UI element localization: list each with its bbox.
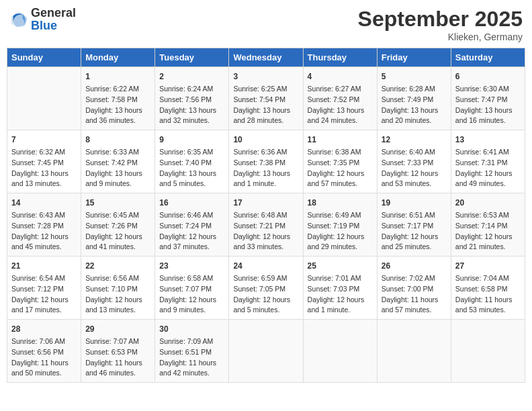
day-info: Daylight: 12 hours and 21 minutes. bbox=[455, 232, 521, 253]
day-info: Sunrise: 6:53 AM bbox=[455, 210, 521, 221]
weekday-header-wednesday: Wednesday bbox=[229, 48, 303, 67]
day-info: Daylight: 13 hours and 20 minutes. bbox=[382, 105, 447, 127]
day-info: Sunrise: 6:40 AM bbox=[382, 147, 447, 158]
day-number: 30 bbox=[159, 323, 224, 335]
day-info: Sunrise: 6:59 AM bbox=[233, 273, 298, 284]
day-info: Sunset: 7:21 PM bbox=[233, 221, 298, 232]
day-number: 22 bbox=[85, 260, 150, 272]
day-info: Sunrise: 6:38 AM bbox=[308, 147, 373, 158]
day-info: Sunrise: 6:33 AM bbox=[85, 147, 150, 158]
day-number: 29 bbox=[85, 323, 150, 335]
calendar-cell: 22Sunrise: 6:56 AMSunset: 7:10 PMDayligh… bbox=[81, 257, 155, 320]
day-info: Sunset: 7:40 PM bbox=[159, 158, 224, 169]
day-info: Sunrise: 6:58 AM bbox=[159, 273, 224, 284]
calendar-cell: 29Sunrise: 7:07 AMSunset: 6:53 PMDayligh… bbox=[81, 320, 155, 383]
day-number: 18 bbox=[308, 197, 373, 209]
day-info: Sunrise: 6:54 AM bbox=[11, 273, 77, 284]
calendar-cell: 11Sunrise: 6:38 AMSunset: 7:35 PMDayligh… bbox=[303, 130, 377, 193]
calendar-cell: 20Sunrise: 6:53 AMSunset: 7:14 PMDayligh… bbox=[451, 193, 525, 257]
day-info: Daylight: 12 hours and 45 minutes. bbox=[11, 232, 77, 253]
day-info: Sunset: 7:31 PM bbox=[455, 158, 521, 169]
day-info: Sunset: 7:45 PM bbox=[11, 158, 77, 169]
day-number: 7 bbox=[11, 134, 77, 146]
day-info: Sunrise: 6:43 AM bbox=[11, 210, 77, 221]
day-info: Sunrise: 6:46 AM bbox=[159, 210, 224, 221]
day-number: 8 bbox=[85, 134, 150, 146]
calendar-cell: 24Sunrise: 6:59 AMSunset: 7:05 PMDayligh… bbox=[229, 257, 303, 320]
day-number: 14 bbox=[11, 197, 77, 209]
day-info: Sunset: 7:47 PM bbox=[455, 95, 521, 105]
day-info: Sunrise: 6:51 AM bbox=[382, 210, 447, 221]
day-info: Daylight: 12 hours and 37 minutes. bbox=[159, 232, 224, 253]
day-number: 15 bbox=[85, 197, 150, 209]
day-info: Daylight: 11 hours and 53 minutes. bbox=[455, 295, 521, 316]
day-number: 9 bbox=[159, 134, 224, 146]
calendar-cell: 12Sunrise: 6:40 AMSunset: 7:33 PMDayligh… bbox=[377, 130, 451, 193]
day-info: Daylight: 11 hours and 50 minutes. bbox=[11, 358, 77, 379]
calendar-cell bbox=[451, 320, 525, 383]
calendar-cell: 5Sunrise: 6:28 AMSunset: 7:49 PMDaylight… bbox=[377, 67, 451, 130]
day-info: Sunset: 7:05 PM bbox=[233, 284, 298, 295]
day-info: Sunset: 7:07 PM bbox=[159, 284, 224, 295]
calendar-cell: 13Sunrise: 6:41 AMSunset: 7:31 PMDayligh… bbox=[451, 130, 525, 193]
calendar-cell: 2Sunrise: 6:24 AMSunset: 7:56 PMDaylight… bbox=[155, 67, 229, 130]
week-row-1: 1Sunrise: 6:22 AMSunset: 7:58 PMDaylight… bbox=[7, 67, 525, 130]
calendar-cell: 28Sunrise: 7:06 AMSunset: 6:56 PMDayligh… bbox=[7, 320, 81, 383]
day-info: Daylight: 12 hours and 53 minutes. bbox=[382, 169, 447, 190]
day-info: Sunset: 7:52 PM bbox=[308, 95, 373, 105]
day-number: 4 bbox=[308, 71, 373, 83]
calendar-cell: 23Sunrise: 6:58 AMSunset: 7:07 PMDayligh… bbox=[155, 257, 229, 320]
day-info: Sunrise: 6:36 AM bbox=[233, 147, 298, 158]
day-info: Daylight: 12 hours and 41 minutes. bbox=[85, 232, 150, 253]
title-block: September 2025 Klieken, Germany bbox=[358, 7, 523, 42]
week-row-4: 21Sunrise: 6:54 AMSunset: 7:12 PMDayligh… bbox=[7, 257, 525, 320]
day-number: 19 bbox=[382, 197, 447, 209]
day-info: Sunrise: 6:28 AM bbox=[382, 84, 447, 95]
day-info: Daylight: 13 hours and 36 minutes. bbox=[85, 105, 150, 127]
day-info: Sunrise: 6:22 AM bbox=[85, 84, 150, 95]
day-number: 23 bbox=[159, 260, 224, 272]
day-number: 5 bbox=[382, 71, 447, 83]
day-info: Sunset: 7:49 PM bbox=[382, 95, 447, 105]
day-info: Sunset: 7:14 PM bbox=[455, 221, 521, 232]
day-info: Sunrise: 6:32 AM bbox=[11, 147, 77, 158]
calendar-cell: 26Sunrise: 7:02 AMSunset: 7:00 PMDayligh… bbox=[377, 257, 451, 320]
weekday-header-monday: Monday bbox=[81, 48, 155, 67]
day-info: Sunrise: 7:09 AM bbox=[159, 336, 224, 347]
weekday-header-sunday: Sunday bbox=[7, 48, 81, 67]
calendar-cell: 16Sunrise: 6:46 AMSunset: 7:24 PMDayligh… bbox=[155, 193, 229, 257]
calendar-cell: 3Sunrise: 6:25 AMSunset: 7:54 PMDaylight… bbox=[229, 67, 303, 130]
week-row-3: 14Sunrise: 6:43 AMSunset: 7:28 PMDayligh… bbox=[7, 193, 525, 257]
day-info: Sunset: 7:24 PM bbox=[159, 221, 224, 232]
day-info: Sunset: 7:12 PM bbox=[11, 284, 77, 295]
day-info: Sunrise: 6:45 AM bbox=[85, 210, 150, 221]
calendar-cell: 1Sunrise: 6:22 AMSunset: 7:58 PMDaylight… bbox=[81, 67, 155, 130]
weekday-header-thursday: Thursday bbox=[303, 48, 377, 67]
day-info: Sunset: 7:03 PM bbox=[308, 284, 373, 295]
calendar-cell: 15Sunrise: 6:45 AMSunset: 7:26 PMDayligh… bbox=[81, 193, 155, 257]
day-info: Daylight: 13 hours and 28 minutes. bbox=[233, 105, 298, 127]
day-number: 12 bbox=[382, 134, 447, 146]
calendar-cell: 8Sunrise: 6:33 AMSunset: 7:42 PMDaylight… bbox=[81, 130, 155, 193]
day-info: Daylight: 13 hours and 24 minutes. bbox=[308, 105, 373, 127]
day-number: 28 bbox=[11, 323, 77, 335]
calendar-cell bbox=[377, 320, 451, 383]
calendar-cell: 25Sunrise: 7:01 AMSunset: 7:03 PMDayligh… bbox=[303, 257, 377, 320]
day-number: 21 bbox=[11, 260, 77, 272]
day-info: Daylight: 13 hours and 13 minutes. bbox=[11, 169, 77, 190]
day-number: 26 bbox=[382, 260, 447, 272]
day-info: Sunrise: 6:24 AM bbox=[159, 84, 224, 95]
day-info: Sunrise: 7:06 AM bbox=[11, 336, 77, 347]
day-number: 6 bbox=[455, 71, 521, 83]
calendar-cell: 7Sunrise: 6:32 AMSunset: 7:45 PMDaylight… bbox=[7, 130, 81, 193]
calendar-cell: 18Sunrise: 6:49 AMSunset: 7:19 PMDayligh… bbox=[303, 193, 377, 257]
day-info: Daylight: 13 hours and 16 minutes. bbox=[455, 105, 521, 127]
day-info: Daylight: 12 hours and 1 minute. bbox=[308, 295, 373, 316]
calendar-header: SundayMondayTuesdayWednesdayThursdayFrid… bbox=[7, 48, 525, 67]
calendar-cell: 19Sunrise: 6:51 AMSunset: 7:17 PMDayligh… bbox=[377, 193, 451, 257]
day-number: 11 bbox=[308, 134, 373, 146]
day-info: Daylight: 12 hours and 17 minutes. bbox=[11, 295, 77, 316]
day-info: Daylight: 13 hours and 1 minute. bbox=[233, 169, 298, 190]
calendar-cell: 30Sunrise: 7:09 AMSunset: 6:51 PMDayligh… bbox=[155, 320, 229, 383]
day-info: Sunset: 7:54 PM bbox=[233, 95, 298, 105]
